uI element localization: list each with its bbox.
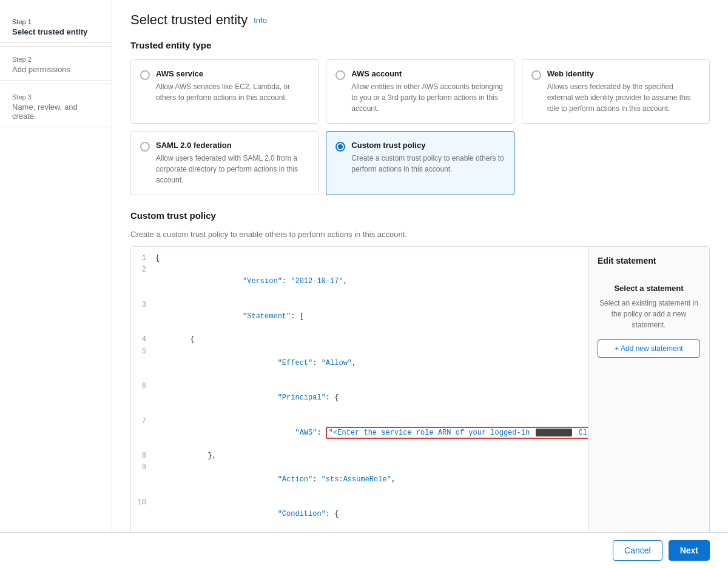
radio-aws-service[interactable] (140, 70, 150, 80)
step3-label: Step 3 (12, 93, 99, 101)
editor-body: 1 { 2 "Version": "2012-10-17", (131, 247, 709, 568)
card-desc-saml: Allow users federated with SAML 2.0 from… (156, 153, 309, 185)
entity-cards-row2: SAML 2.0 federation Allow users federate… (130, 131, 710, 195)
code-line-2: 2 "Version": "2012-10-17", (131, 264, 588, 299)
policy-editor-container: 1 { 2 "Version": "2012-10-17", (130, 246, 710, 568)
sidebar-step-2[interactable]: Step 2 Add permissions (0, 50, 112, 81)
step1-label: Step 1 (12, 18, 99, 25)
code-line-9: 9 "Action": "sts:AssumeRole", (131, 462, 588, 497)
code-line-10: 10 "Condition": { (131, 497, 588, 532)
custom-policy-title: Custom trust policy (130, 210, 710, 221)
entity-card-placeholder (522, 131, 710, 195)
sidebar-step-1[interactable]: Step 1 Select trusted entity (0, 12, 112, 43)
step1-name: Select trusted entity (12, 27, 99, 36)
card-title-aws-service: AWS service (156, 69, 309, 78)
code-line-7: 7 "AWS": "<Enter the service role ARN of… (131, 416, 588, 451)
entity-card-saml[interactable]: SAML 2.0 federation Allow users federate… (130, 131, 318, 195)
radio-custom-trust[interactable] (335, 142, 345, 152)
code-line-3: 3 "Statement": [ (131, 299, 588, 335)
edit-statement-panel: Edit statement Select a statement Select… (588, 247, 709, 568)
select-statement-label: Select a statement (598, 284, 700, 293)
card-title-custom-trust: Custom trust policy (351, 141, 504, 150)
entity-card-aws-account[interactable]: AWS account Allow entities in other AWS … (326, 59, 514, 124)
footer: Cancel Next (0, 532, 728, 568)
radio-web-identity[interactable] (531, 70, 541, 80)
code-line-6: 6 "Principal": { (131, 381, 588, 416)
code-line-1: 1 { (131, 253, 588, 264)
page-title-row: Select trusted entity Info (130, 12, 710, 28)
step2-name: Add permissions (12, 65, 99, 74)
radio-aws-account[interactable] (335, 70, 345, 80)
info-link[interactable]: Info (254, 16, 267, 25)
entity-cards-row1: AWS service Allow AWS services like EC2,… (130, 59, 710, 124)
custom-policy-section: Custom trust policy Create a custom trus… (130, 210, 710, 568)
edit-statement-title: Edit statement (598, 256, 700, 266)
step2-label: Step 2 (12, 56, 99, 63)
code-line-8: 8 }, (131, 450, 588, 462)
card-title-saml: SAML 2.0 federation (156, 141, 309, 150)
card-desc-web-identity: Allows users federated by the specified … (547, 81, 700, 114)
code-line-5: 5 "Effect": "Allow", (131, 346, 588, 381)
custom-policy-desc: Create a custom trust policy to enable o… (130, 230, 710, 239)
add-statement-panel-btn[interactable]: + Add new statement (598, 339, 700, 358)
entity-card-web-identity[interactable]: Web identity Allows users federated by t… (522, 59, 710, 124)
step3-name: Name, review, and create (12, 102, 99, 121)
edit-statement-desc: Select an existing statement in the poli… (598, 298, 700, 330)
page-title: Select trusted entity (130, 12, 248, 28)
cancel-button[interactable]: Cancel (613, 540, 662, 561)
next-button[interactable]: Next (669, 540, 710, 561)
card-desc-aws-service: Allow AWS services like EC2, Lambda, or … (156, 81, 309, 103)
section-title: Trusted entity type (130, 40, 710, 50)
code-area[interactable]: 1 { 2 "Version": "2012-10-17", (131, 247, 588, 568)
radio-saml[interactable] (140, 142, 150, 152)
entity-card-aws-service[interactable]: AWS service Allow AWS services like EC2,… (130, 59, 318, 124)
card-desc-aws-account: Allow entities in other AWS accounts bel… (351, 81, 504, 114)
card-title-aws-account: AWS account (351, 69, 504, 78)
code-line-4: 4 { (131, 334, 588, 346)
card-desc-custom-trust: Create a custom trust policy to enable o… (351, 153, 504, 175)
entity-card-custom-trust[interactable]: Custom trust policy Create a custom trus… (326, 131, 514, 195)
card-title-web-identity: Web identity (547, 69, 700, 78)
main-content: Select trusted entity Info Trusted entit… (112, 0, 728, 568)
sidebar-step-3[interactable]: Step 3 Name, review, and create (0, 87, 112, 127)
sidebar: Step 1 Select trusted entity Step 2 Add … (0, 0, 112, 568)
